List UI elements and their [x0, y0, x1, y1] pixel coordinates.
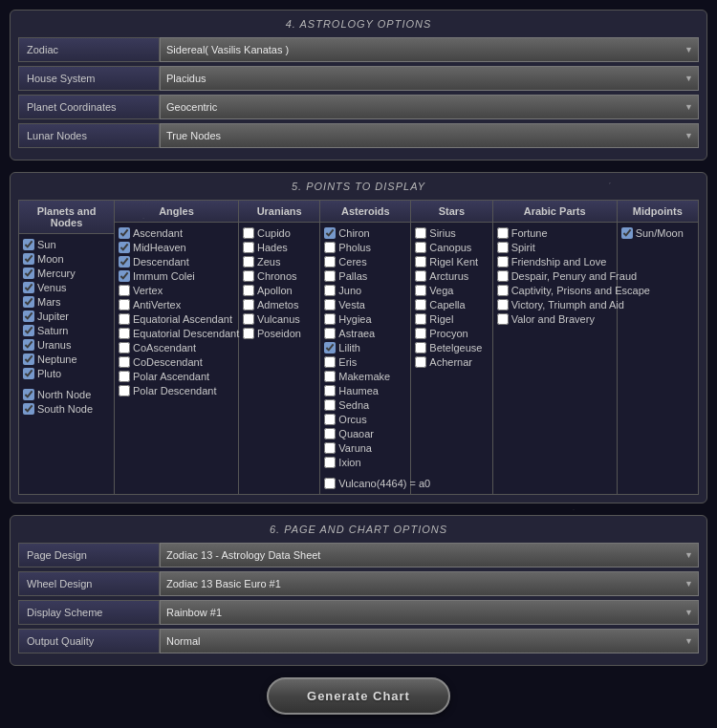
checkbox-ascendant[interactable]	[119, 227, 130, 239]
list-item[interactable]: Rigel Kent	[413, 255, 489, 268]
checkbox-astraea[interactable]	[324, 328, 336, 339]
list-item[interactable]: North Node	[21, 388, 112, 401]
list-item[interactable]: MidHeaven	[117, 241, 236, 254]
checkbox-quaoar[interactable]	[324, 428, 336, 439]
select-output-quality[interactable]: NormalHighDraft	[160, 629, 699, 653]
list-item[interactable]: Equatorial Descendant	[117, 327, 236, 340]
list-item[interactable]: Admetos	[241, 298, 317, 311]
list-item[interactable]: Uranus	[21, 338, 112, 352]
checkbox-neptune[interactable]	[23, 353, 34, 365]
checkbox-makemake[interactable]	[324, 371, 336, 382]
list-item[interactable]: Ixion	[322, 456, 408, 469]
select-lunar-nodes[interactable]: True NodesMean Nodes	[160, 123, 699, 148]
select-planet-coordinates[interactable]: GeocentricHeliocentricTopocentric	[160, 95, 699, 119]
list-item[interactable]: Equatorial Ascendant	[117, 312, 236, 326]
list-item[interactable]: Venus	[21, 281, 112, 294]
checkbox-chiron[interactable]	[324, 227, 336, 239]
checkbox-vulcanus[interactable]	[243, 313, 254, 325]
checkbox-capella[interactable]	[415, 299, 426, 310]
list-item[interactable]: Captivity, Prisons and Escape	[495, 284, 615, 297]
select-house-system[interactable]: PlacidusKochEqualWhole Sign	[160, 66, 699, 91]
checkbox-orcus[interactable]	[324, 414, 336, 425]
checkbox-vertex[interactable]	[119, 285, 130, 296]
checkbox-antivertex[interactable]	[119, 299, 130, 310]
list-item[interactable]: Descendant	[117, 255, 236, 268]
list-item[interactable]: Neptune	[21, 353, 112, 366]
checkbox-mercury[interactable]	[23, 268, 34, 279]
checkbox-rigel[interactable]	[415, 313, 426, 325]
checkbox-codescendant[interactable]	[119, 356, 130, 368]
list-item[interactable]: Immum Colei	[117, 269, 236, 283]
checkbox-polar-ascendant[interactable]	[119, 371, 130, 382]
checkbox-achernar[interactable]	[415, 356, 426, 368]
list-item[interactable]: Cupido	[241, 226, 317, 240]
checkbox-descendant[interactable]	[119, 256, 130, 268]
list-item[interactable]: Saturn	[21, 324, 112, 337]
list-item[interactable]: Despair, Penury and Fraud	[495, 269, 615, 283]
checkbox-moon[interactable]	[23, 253, 34, 265]
list-item[interactable]: Sun	[21, 238, 112, 251]
checkbox-coascendant[interactable]	[119, 342, 130, 353]
checkbox-pluto[interactable]	[23, 368, 34, 379]
checkbox-vesta[interactable]	[324, 299, 336, 310]
list-item[interactable]: Ceres	[322, 255, 408, 268]
checkbox-equatorial-descendant[interactable]	[119, 328, 130, 339]
checkbox-venus[interactable]	[23, 282, 34, 293]
checkbox-south-node[interactable]	[23, 403, 34, 415]
list-item[interactable]: Fortune	[495, 226, 615, 240]
list-item[interactable]: Valor and Bravery	[495, 312, 615, 326]
checkbox-mars[interactable]	[23, 296, 34, 308]
list-item[interactable]: Varuna	[322, 441, 408, 455]
list-item[interactable]: Vulcanus	[241, 312, 317, 326]
list-item[interactable]: Zeus	[241, 255, 317, 268]
list-item[interactable]: Sirius	[413, 226, 489, 240]
checkbox-immum-colei[interactable]	[119, 270, 130, 282]
checkbox-captivity-prisons-and-escape[interactable]	[497, 285, 509, 296]
checkbox-valor-and-bravery[interactable]	[497, 313, 509, 325]
list-item[interactable]: South Node	[21, 402, 112, 416]
checkbox-vulcano4464--a0[interactable]	[324, 478, 336, 489]
list-item[interactable]: Astraea	[322, 327, 408, 340]
list-item[interactable]: Haumea	[322, 384, 408, 397]
list-item[interactable]: Procyon	[413, 327, 489, 340]
checkbox-friendship-and-love[interactable]	[497, 256, 509, 268]
checkbox-midheaven[interactable]	[119, 242, 130, 253]
list-item[interactable]: Arcturus	[413, 269, 489, 283]
checkbox-ixion[interactable]	[324, 457, 336, 468]
list-item[interactable]: Sun/Moon	[619, 226, 696, 240]
checkbox-lilith[interactable]	[324, 342, 336, 353]
list-item[interactable]: Betelgeuse	[413, 341, 489, 354]
list-item[interactable]: Canopus	[413, 241, 489, 254]
list-item[interactable]: Hades	[241, 241, 317, 254]
list-item[interactable]: Mars	[21, 295, 112, 309]
list-item[interactable]: Polar Descendant	[117, 384, 236, 397]
list-item[interactable]: Pallas	[322, 269, 408, 283]
select-display-scheme[interactable]: Rainbow #1ClassicMonochrome	[160, 600, 699, 625]
checkbox-sedna[interactable]	[324, 399, 336, 411]
select-page-design[interactable]: Zodiac 13 - Astrology Data SheetClassicM…	[160, 543, 699, 567]
list-item[interactable]: CoDescendant	[117, 355, 236, 369]
list-item[interactable]: Moon	[21, 252, 112, 266]
checkbox-cupido[interactable]	[243, 227, 254, 239]
list-item[interactable]: Pholus	[322, 241, 408, 254]
checkbox-polar-descendant[interactable]	[119, 385, 130, 396]
checkbox-eris[interactable]	[324, 356, 336, 368]
list-item[interactable]: Polar Ascendant	[117, 370, 236, 383]
list-item[interactable]: CoAscendant	[117, 341, 236, 354]
checkbox-victory-triumph-and-aid[interactable]	[497, 299, 509, 310]
checkbox-fortune[interactable]	[497, 227, 509, 239]
list-item[interactable]: Orcus	[322, 413, 408, 426]
checkbox-betelgeuse[interactable]	[415, 342, 426, 353]
checkbox-haumea[interactable]	[324, 385, 336, 396]
list-item[interactable]: Jupiter	[21, 310, 112, 323]
checkbox-sirius[interactable]	[415, 227, 426, 239]
list-item[interactable]: Vertex	[117, 284, 236, 297]
checkbox-varuna[interactable]	[324, 442, 336, 454]
checkbox-procyon[interactable]	[415, 328, 426, 339]
list-item[interactable]: Rigel	[413, 312, 489, 326]
list-item[interactable]: Eris	[322, 355, 408, 369]
list-item[interactable]: Victory, Triumph and Aid	[495, 298, 615, 311]
checkbox-pallas[interactable]	[324, 270, 336, 282]
list-item[interactable]: Vulcano(4464) = a0	[322, 477, 408, 490]
checkbox-zeus[interactable]	[243, 256, 254, 268]
